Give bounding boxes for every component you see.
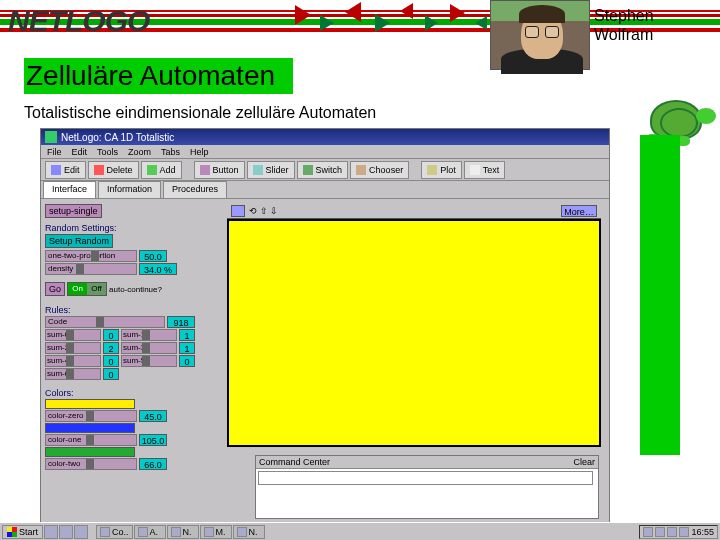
tray-icon[interactable]: [643, 527, 653, 537]
value-code: 918: [167, 316, 195, 328]
system-tray[interactable]: 16:55: [639, 525, 718, 539]
tab-interface[interactable]: Interface: [43, 181, 96, 198]
toolbar-button[interactable]: Button: [194, 161, 245, 179]
menu-help[interactable]: Help: [190, 147, 209, 157]
view-3d-button[interactable]: [231, 205, 245, 217]
workspace: setup-single Random Settings: Setup Rand…: [41, 199, 609, 525]
toolbar-chooser[interactable]: Chooser: [350, 161, 409, 179]
windows-flag-icon: [7, 527, 17, 537]
taskbar: Start Co.. A. N. M. N. 16:55: [0, 522, 720, 540]
rules-label: Rules:: [45, 305, 221, 315]
menu-file[interactable]: File: [47, 147, 62, 157]
taskbar-tab[interactable]: A.: [134, 525, 166, 539]
toolbar-add[interactable]: Add: [141, 161, 182, 179]
toolbar-plot[interactable]: Plot: [421, 161, 462, 179]
app-icon: [45, 131, 57, 143]
slider-sum-4[interactable]: sum-4: [45, 355, 101, 367]
toolbar-text[interactable]: Text: [464, 161, 506, 179]
banner-logo-text: NETLOGO: [0, 4, 149, 38]
quicklaunch-icon[interactable]: [74, 525, 88, 539]
auto-continue-switch[interactable]: OnOff: [67, 282, 107, 296]
command-center-clear[interactable]: Clear: [573, 457, 595, 467]
attribution-line2: Wolfram: [594, 25, 714, 44]
swatch-color-two: [45, 447, 135, 457]
go-button[interactable]: Go: [45, 282, 65, 296]
slider-sum-2[interactable]: sum-2: [45, 342, 101, 354]
toolbar-slider[interactable]: Slider: [247, 161, 295, 179]
tray-icon[interactable]: [679, 527, 689, 537]
command-input[interactable]: [258, 471, 593, 485]
tab-procedures[interactable]: Procedures: [163, 181, 227, 198]
slider-density[interactable]: density: [45, 263, 137, 275]
portrait-photo: [490, 0, 590, 70]
attribution-line1: Stephen: [594, 6, 714, 25]
slider-sum-1[interactable]: sum-1: [121, 329, 177, 341]
tray-icon[interactable]: [655, 527, 665, 537]
tray-icon[interactable]: [667, 527, 677, 537]
tabrow: Interface Information Procedures: [41, 181, 609, 199]
swatch-color-zero: [45, 399, 135, 409]
clock: 16:55: [691, 527, 714, 537]
quicklaunch-icon[interactable]: [44, 525, 58, 539]
view-more-button[interactable]: More…: [561, 205, 597, 217]
taskbar-tab[interactable]: M.: [200, 525, 232, 539]
start-button[interactable]: Start: [2, 525, 43, 539]
interface-panel: setup-single Random Settings: Setup Rand…: [45, 203, 221, 523]
attribution: Stephen Wolfram: [594, 6, 714, 44]
section-random-label: Random Settings:: [45, 223, 221, 233]
slider-color-zero[interactable]: color-zero: [45, 410, 137, 422]
slider-sum-3[interactable]: sum-3: [121, 342, 177, 354]
slider-sum-0[interactable]: sum-0: [45, 329, 101, 341]
netlogo-window: NetLogo: CA 1D Totalistic File Edit Tool…: [40, 128, 610, 526]
titlebar[interactable]: NetLogo: CA 1D Totalistic: [41, 129, 609, 145]
ca-canvas: [229, 221, 599, 445]
tab-information[interactable]: Information: [98, 181, 161, 198]
taskbar-tab[interactable]: Co..: [96, 525, 133, 539]
command-center: Command Center Clear: [255, 455, 599, 519]
menubar[interactable]: File Edit Tools Zoom Tabs Help: [41, 145, 609, 159]
window-title: NetLogo: CA 1D Totalistic: [61, 132, 605, 143]
quicklaunch-icon[interactable]: [59, 525, 73, 539]
slider-color-one[interactable]: color-one: [45, 434, 137, 446]
slider-color-two[interactable]: color-two: [45, 458, 137, 470]
colors-label: Colors:: [45, 388, 221, 398]
value-density: 34.0 %: [139, 263, 177, 275]
page-heading: Zelluläre Automaten: [24, 58, 293, 94]
setup-random-button[interactable]: Setup Random: [45, 234, 113, 248]
command-center-title: Command Center: [259, 457, 330, 467]
taskbar-tab[interactable]: N.: [233, 525, 265, 539]
slider-code[interactable]: Code: [45, 316, 165, 328]
slider-one-two-proportion[interactable]: one-two-proportion: [45, 250, 137, 262]
swatch-color-one: [45, 423, 135, 433]
menu-tabs[interactable]: Tabs: [161, 147, 180, 157]
world-view[interactable]: ⟲ ⇧ ⇩ More…: [227, 203, 601, 447]
toolbar-edit[interactable]: Edit: [45, 161, 86, 179]
taskbar-tab[interactable]: N.: [167, 525, 199, 539]
view-center-controls[interactable]: ⟲ ⇧ ⇩: [249, 206, 278, 216]
toolbar-switch[interactable]: Switch: [297, 161, 349, 179]
toolbar-delete[interactable]: Delete: [88, 161, 139, 179]
slider-sum-6[interactable]: sum-6: [45, 368, 101, 380]
menu-zoom[interactable]: Zoom: [128, 147, 151, 157]
value-one-two-proportion: 50.0: [139, 250, 167, 262]
menu-edit[interactable]: Edit: [72, 147, 88, 157]
view-toolbar: ⟲ ⇧ ⇩ More…: [227, 203, 601, 219]
green-sidebar-accent: [640, 135, 680, 455]
setup-single-button[interactable]: setup-single: [45, 204, 102, 218]
toolbar: Edit Delete Add Button Slider Switch Cho…: [41, 159, 609, 181]
page-subheading: Totalistische eindimensionale zelluläre …: [24, 102, 384, 124]
auto-continue-label: auto-continue?: [109, 285, 162, 294]
slider-sum-5[interactable]: sum-5: [121, 355, 177, 367]
menu-tools[interactable]: Tools: [97, 147, 118, 157]
